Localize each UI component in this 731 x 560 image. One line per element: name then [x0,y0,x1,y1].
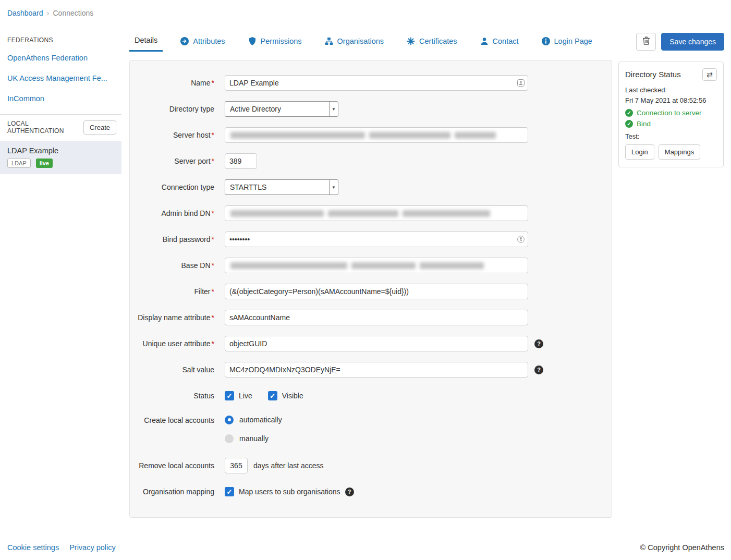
bind-password-input[interactable] [225,232,528,247]
refresh-button[interactable]: ⇄ [702,68,717,81]
filter-label: Filter* [130,287,225,296]
check-circle-icon: ✓ [625,109,633,117]
delete-button[interactable] [636,33,656,51]
tab-login-page-label: Login Page [554,37,592,45]
required-marker: * [212,313,214,322]
display-name-attribute-label: Display name attribute* [130,313,225,322]
base-dn-label: Base DN* [130,261,225,270]
breadcrumb: Dashboard › Connections [7,8,93,17]
sidebar-item-incommon[interactable]: InCommon [0,89,121,109]
bind-check-label: Bind [637,120,651,128]
server-port-label: Server port* [130,157,225,165]
directory-type-select[interactable]: Active Directory ▼ [225,101,338,117]
tab-organisations[interactable]: Organisations [320,32,389,51]
help-icon[interactable]: ? [534,366,543,374]
tab-bar: Details Attributes Permissions Organisat… [129,31,724,52]
remove-local-accounts-input[interactable] [225,458,248,473]
directory-status-title: Directory Status [625,68,681,79]
connection-type-select[interactable]: STARTTLS ▼ [225,179,338,195]
tab-details[interactable]: Details [129,31,163,52]
required-marker: * [212,287,214,296]
directory-status-panel: Directory Status ⇄ Last checked: Fri 7 M… [618,62,724,167]
redacted-text [420,262,484,269]
map-users-checkbox-label: Map users to sub organisations [239,488,340,496]
sidebar: FEDERATIONS OpenAthens Federation UK Acc… [0,33,121,174]
breadcrumb-dashboard-link[interactable]: Dashboard [7,9,43,17]
form-row-server-port: Server port* [130,153,612,169]
bind-check: ✓ Bind [625,120,717,128]
visible-checkbox[interactable]: ✓ [268,391,277,400]
sidebar-item-uk-access-management[interactable]: UK Access Management Fe... [0,68,121,89]
directory-type-label: Directory type [130,105,225,113]
server-port-input[interactable] [225,153,257,169]
tab-permissions[interactable]: Permissions [243,32,307,51]
last-checked-label: Last checked: [625,86,717,94]
status-label: Status [130,392,225,400]
display-name-attribute-input[interactable] [225,310,528,325]
last-checked-value: Fri 7 May 2021 at 08:52:56 [625,96,717,104]
name-label: Name* [130,79,225,87]
redacted-text [230,210,324,217]
map-users-checkbox[interactable]: ✓ [225,487,234,496]
filter-input[interactable] [225,284,528,299]
base-dn-input[interactable] [225,258,528,273]
tab-certificates[interactable]: Certificates [401,32,462,51]
save-changes-button[interactable]: Save changes [661,33,724,51]
required-marker: * [212,157,214,165]
redacted-text [369,132,451,139]
visible-checkbox-label: Visible [282,392,303,400]
remove-local-accounts-suffix: days after last access [253,461,324,470]
local-authentication-header: LOCAL AUTHENTICATION [7,120,83,135]
salt-value-label: Salt value [130,366,225,374]
required-marker: * [212,79,214,87]
dropdown-arrow-icon: ▼ [329,180,338,194]
form-row-filter: Filter* [130,284,612,299]
tab-contact[interactable]: Contact [475,32,524,51]
admin-bind-dn-label: Admin bind DN* [130,209,225,217]
required-marker: * [212,209,214,217]
tab-attributes[interactable]: Attributes [175,32,230,51]
federations-header: FEDERATIONS [0,33,121,48]
shield-icon [248,37,257,45]
sidebar-item-openathens-federation[interactable]: OpenAthens Federation [0,48,121,68]
autofill-icon [517,79,525,87]
form-row-display-name-attribute: Display name attribute* [130,310,612,325]
footer: Cookie settings Privacy policy © Copyrig… [7,543,724,552]
help-icon[interactable]: ? [345,488,354,496]
info-icon [542,37,550,45]
form-row-unique-user-attribute: Unique user attribute* ? [130,336,612,351]
form-row-directory-type: Directory type Active Directory ▼ [130,101,612,117]
privacy-policy-link[interactable]: Privacy policy [69,543,116,552]
server-host-input[interactable] [225,127,528,143]
live-checkbox[interactable]: ✓ [225,391,234,400]
sitemap-icon [325,37,333,45]
connection-check: ✓ Connection to server [625,109,717,117]
create-local-accounts-label: Create local accounts [130,416,225,424]
organisation-mapping-label: Organisation mapping [130,488,225,496]
tab-organisations-label: Organisations [337,37,384,45]
check-circle-icon: ✓ [625,120,633,128]
manually-radio[interactable] [225,434,234,443]
salt-value-input[interactable] [225,362,528,378]
sidebar-item-ldap-example[interactable]: LDAP Example LDAP live [0,141,121,174]
details-form-panel: Name* Directory type Active Directory ▼ [129,60,612,518]
arrow-circle-icon [180,37,189,45]
required-marker: * [212,131,214,139]
name-input[interactable] [225,75,528,91]
unique-user-attribute-input[interactable] [225,336,528,351]
test-mappings-button[interactable]: Mappings [659,144,700,160]
test-login-button[interactable]: Login [625,144,654,160]
check-icon: ✓ [227,392,233,400]
dropdown-arrow-icon: ▼ [329,102,338,116]
help-icon[interactable]: ? [534,339,543,348]
required-marker: * [212,235,214,244]
automatically-radio[interactable] [225,416,234,424]
create-connection-button[interactable]: Create [83,120,116,135]
cookie-settings-link[interactable]: Cookie settings [7,543,59,552]
connection-type-label: Connection type [130,183,225,191]
tab-permissions-label: Permissions [261,37,302,45]
remove-local-accounts-label: Remove local accounts [130,461,225,470]
tab-login-page[interactable]: Login Page [537,32,598,51]
admin-bind-dn-input[interactable] [225,205,528,221]
form-row-name: Name* [130,75,612,91]
